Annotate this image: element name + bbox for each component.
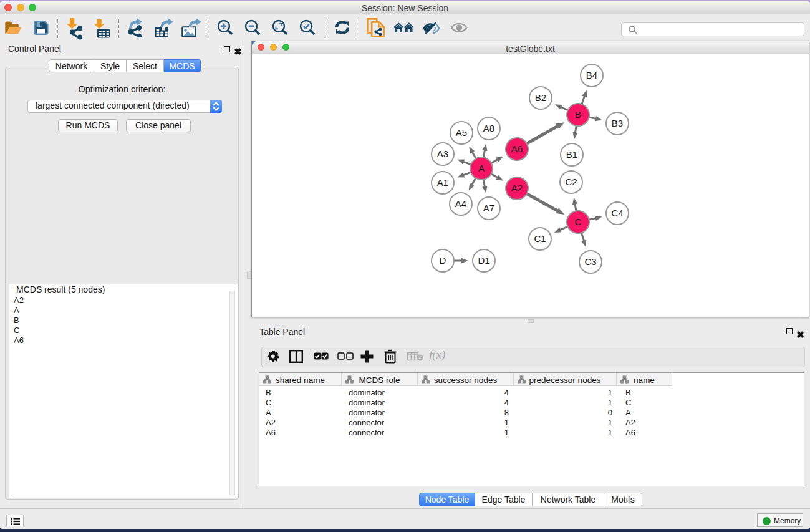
svg-text:C2: C2 — [565, 177, 577, 187]
svg-text:A2: A2 — [511, 183, 523, 193]
svg-text:C3: C3 — [584, 256, 596, 267]
svg-text:B: B — [575, 109, 581, 120]
svg-text:A3: A3 — [437, 148, 448, 159]
svg-text:A8: A8 — [483, 123, 494, 133]
svg-text:A5: A5 — [456, 127, 467, 138]
svg-text:A: A — [478, 163, 485, 173]
svg-text:D: D — [440, 255, 446, 266]
svg-text:C: C — [575, 216, 582, 227]
svg-text:A4: A4 — [455, 198, 466, 209]
svg-text:B1: B1 — [566, 149, 577, 160]
svg-text:A1: A1 — [437, 177, 448, 188]
svg-text:C4: C4 — [611, 208, 623, 218]
svg-text:A6: A6 — [511, 143, 523, 154]
svg-text:A7: A7 — [483, 203, 494, 213]
svg-text:D1: D1 — [478, 255, 489, 266]
svg-text:B2: B2 — [535, 92, 546, 103]
svg-text:B3: B3 — [612, 118, 623, 128]
svg-text:B4: B4 — [586, 70, 597, 80]
svg-text:C1: C1 — [534, 233, 546, 244]
